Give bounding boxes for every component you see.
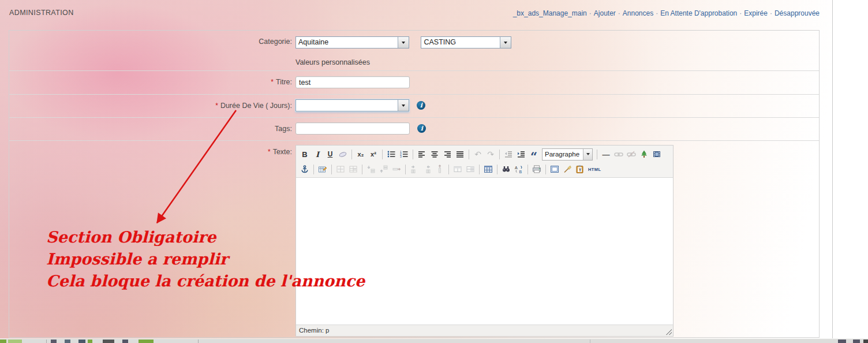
nav-separator: · [656, 9, 658, 17]
underline-icon[interactable]: U [324, 148, 336, 160]
bold-icon[interactable]: B [299, 148, 310, 160]
insert-table-icon[interactable] [482, 163, 494, 175]
outdent-icon[interactable] [503, 148, 514, 160]
toolbar-separator [448, 165, 449, 174]
tags-label: Tags: [9, 118, 292, 140]
align-left-icon[interactable] [416, 148, 428, 160]
nav-separator: · [618, 9, 620, 17]
insert-col-after-icon[interactable] [421, 163, 433, 175]
annotation-text: Section Obligatoire Impossible a remplir… [46, 226, 365, 292]
categorie-region-select[interactable]: Aquitaine [295, 36, 409, 49]
row-categorie: Categorie: Aquitaine CASTING Valeurs per… [9, 31, 819, 71]
format-select[interactable]: Paragraphe [542, 148, 593, 161]
subscript-icon[interactable]: x₂ [355, 148, 366, 160]
italic-icon[interactable]: I [312, 148, 323, 160]
custom-values-note: Valeurs personnalisées [295, 58, 819, 66]
remove-format-icon[interactable] [337, 148, 349, 160]
toolbar-fragment [853, 340, 860, 343]
toolbar-separator [469, 150, 469, 159]
chevron-down-icon[interactable] [398, 100, 409, 111]
bullet-list-icon[interactable] [386, 148, 397, 160]
nav-item-expiree[interactable]: Expirée [744, 9, 768, 17]
paste-as-text-icon[interactable]: T [574, 163, 586, 175]
nav-item-ajouter[interactable]: Ajouter [594, 9, 616, 17]
categorie-region-value: Aquitaine [296, 37, 398, 48]
chevron-down-icon[interactable] [398, 37, 409, 48]
superscript-icon[interactable]: x² [368, 148, 379, 160]
insert-media-icon[interactable] [651, 148, 663, 160]
cutoff-toolbar-strip [0, 338, 868, 343]
toolbar-fragment [65, 340, 70, 343]
redo-icon[interactable]: ↷ [485, 148, 496, 160]
split-cells-icon[interactable] [465, 163, 476, 175]
toolbar-separator [362, 165, 362, 174]
merge-cells-icon[interactable] [452, 163, 463, 175]
print-icon[interactable] [531, 163, 542, 175]
required-marker: * [268, 148, 271, 156]
insert-row-below-icon[interactable] [378, 163, 390, 175]
indent-icon[interactable] [515, 148, 527, 160]
toolbar-fragment [139, 340, 154, 343]
cell-properties-icon[interactable] [347, 163, 359, 175]
fullscreen-icon[interactable] [549, 163, 560, 175]
edit-table-icon[interactable] [317, 163, 328, 175]
link-icon[interactable] [613, 148, 624, 160]
row-properties-icon[interactable] [335, 163, 346, 175]
anchor-icon[interactable] [299, 163, 310, 175]
nav-separator: · [770, 9, 772, 17]
delete-row-icon[interactable] [391, 163, 402, 175]
nav-item-manage-main[interactable]: _bx_ads_Manage_main [513, 9, 587, 17]
chevron-down-icon[interactable] [500, 37, 511, 48]
toolbar-separator [597, 150, 597, 159]
toolbar-fragment [863, 340, 868, 343]
nav-separator: · [739, 9, 742, 17]
toolbar-fragment [46, 340, 47, 343]
delete-col-icon[interactable] [434, 163, 446, 175]
required-marker: * [215, 102, 218, 110]
toolbar-separator [527, 165, 528, 174]
align-right-icon[interactable] [442, 148, 453, 160]
blockquote-icon[interactable]: “ [528, 146, 540, 162]
align-center-icon[interactable] [429, 148, 440, 160]
svg-text:T: T [579, 167, 582, 173]
insert-image-icon[interactable] [638, 148, 650, 160]
toolbar-fragment [78, 340, 85, 343]
find-replace-icon[interactable]: AB [513, 163, 525, 175]
chevron-down-icon[interactable] [583, 149, 592, 160]
info-icon: i [417, 124, 426, 133]
horizontal-rule-icon[interactable]: — [600, 148, 612, 160]
toolbar-fragment [51, 340, 57, 343]
page-title: ADMINISTRATION [9, 9, 74, 17]
toolbar-separator [413, 150, 413, 159]
unlink-icon[interactable] [626, 148, 637, 160]
categorie-type-value: CASTING [421, 37, 500, 48]
nav-item-desapprouvee[interactable]: Désapprouvée [775, 9, 820, 17]
undo-icon[interactable]: ↶ [472, 148, 484, 160]
nav-item-en-attente[interactable]: En Attente D'approbation [660, 9, 737, 17]
editor-status-bar: Chemin: p [296, 325, 673, 336]
toolbar-separator [497, 165, 497, 174]
toolbar-fragment [122, 340, 128, 343]
toolbar-separator [382, 150, 383, 159]
toolbar-separator [479, 165, 480, 174]
toolbar-separator [499, 150, 500, 159]
html-source-icon[interactable]: HTML [587, 163, 602, 175]
cleanup-icon[interactable] [562, 163, 573, 175]
insert-row-above-icon[interactable] [365, 163, 377, 175]
categorie-type-select[interactable]: CASTING [421, 36, 511, 49]
tags-input[interactable] [295, 122, 410, 135]
admin-page: ADMINISTRATION _bx_ads_Manage_main·Ajout… [0, 0, 868, 343]
resize-grip-icon[interactable] [665, 328, 672, 335]
find-icon[interactable] [500, 163, 512, 175]
svg-text:A: A [515, 166, 518, 170]
align-justify-icon[interactable] [454, 148, 466, 160]
annotation-line-2: Impossible a remplir [46, 248, 365, 270]
nav-item-annonces[interactable]: Annonces [623, 9, 653, 17]
toolbar-separator [405, 165, 406, 174]
insert-col-before-icon[interactable] [409, 163, 420, 175]
numbered-list-icon[interactable]: 123 [398, 148, 410, 160]
titre-input[interactable] [295, 76, 410, 88]
toolbar-fragment [838, 340, 846, 343]
duree-select[interactable] [295, 99, 409, 111]
toolbar-separator [545, 165, 546, 174]
